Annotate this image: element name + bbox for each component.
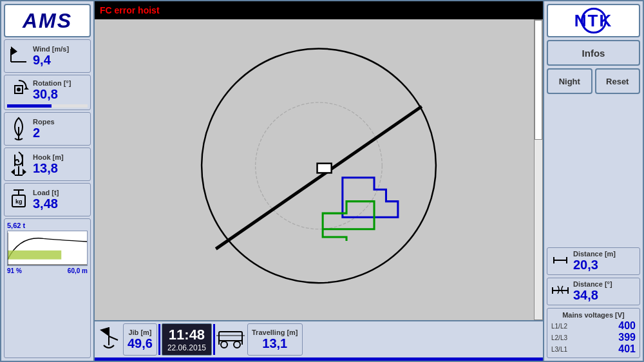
scroll-thumb[interactable]: [535, 20, 542, 140]
distance-deg-icon: [551, 283, 569, 300]
load-value: 3,48: [33, 196, 59, 211]
ntk-logo-text: NTK: [574, 11, 612, 31]
load-info: Load [t] 3,48: [33, 189, 59, 211]
hook-card: Hook [m] 13,8: [4, 148, 91, 181]
svg-rect-23: [317, 164, 332, 173]
hook-icon: [7, 151, 30, 177]
load-chart-card: 5,62 t 91 % 60,0 m: [4, 218, 91, 358]
load-label: Load [t]: [33, 189, 59, 196]
ropes-info: Ropes 2: [33, 118, 55, 140]
svg-marker-5: [24, 87, 29, 90]
time-date: 22.06.2015: [167, 343, 206, 352]
load-chart-distance: 60,0 m: [68, 267, 88, 274]
mains-sub-2: L3/L1: [551, 346, 567, 353]
wind-label: Wind [m/s]: [33, 45, 69, 53]
mains-sub-1: L2/L3: [551, 334, 567, 341]
load-chart-area: [7, 231, 88, 266]
time-value: 11:48: [169, 327, 205, 343]
svg-point-29: [234, 341, 240, 348]
distance-m-card: Distance [m] 20,3: [547, 247, 640, 275]
ropes-value: 2: [33, 126, 55, 140]
ntk-logo: NTK: [547, 4, 640, 37]
rotation-icon: [7, 77, 30, 103]
mains-title: Mains voltages [V]: [551, 311, 636, 319]
ropes-icon: [7, 116, 30, 142]
blue-bar-bottom: [95, 357, 543, 361]
load-chart-percent: 91 %: [7, 267, 22, 274]
bottom-bar: Jib [m] 49,6 11:48 22.06.2015: [95, 320, 543, 357]
ntk-logo-circle: NTK: [581, 8, 607, 33]
crane-svg: [95, 19, 543, 320]
ams-logo: AMS: [4, 4, 91, 37]
time-card: 11:48 22.06.2015: [162, 323, 212, 356]
rotation-label: Rotation [°]: [33, 79, 71, 87]
jib-section: Jib [m] 49,6: [97, 323, 157, 356]
load-card: kg Load [t] 3,48: [4, 183, 91, 216]
travelling-section: Travelling [m] 13,1: [216, 323, 303, 356]
wind-card: Wind [m/s] 9,4: [4, 39, 91, 73]
middle-panel: FC error hoist: [95, 1, 543, 361]
jib-label: Jib [m]: [128, 329, 151, 336]
svg-line-22: [216, 106, 422, 249]
travelling-value: 13,1: [262, 336, 287, 351]
night-button[interactable]: Night: [547, 68, 592, 94]
mains-val-1: 399: [618, 332, 636, 343]
svg-rect-17: [8, 251, 61, 260]
mains-card: Mains voltages [V] L1/L2 400 L2/L3 399 L…: [547, 308, 640, 358]
load-chart-labels: 91 % 60,0 m: [7, 267, 88, 274]
error-message: FC error hoist: [100, 5, 160, 15]
distance-m-label: Distance [m]: [573, 250, 616, 258]
rotation-info: Rotation [°] 30,8: [33, 79, 71, 102]
crane-view: [95, 19, 543, 320]
jib-value: 49,6: [128, 336, 153, 351]
rotation-card: Rotation [°] 30,8: [4, 75, 91, 110]
rotation-bar: [7, 104, 88, 108]
reset-button[interactable]: Reset: [595, 68, 641, 94]
distance-m-value: 20,3: [573, 258, 616, 272]
svg-marker-25: [100, 327, 109, 336]
distance-m-info: Distance [m] 20,3: [573, 250, 616, 272]
travelling-label: Travelling [m]: [252, 329, 298, 336]
wind-value: 9,4: [33, 53, 69, 68]
load-chart-title: 5,62 t: [7, 222, 88, 229]
svg-text:kg: kg: [15, 198, 23, 205]
right-panel: NTK Infos Night Reset Distance [m] 20,3: [543, 1, 643, 361]
infos-button[interactable]: Infos: [547, 40, 640, 66]
svg-rect-27: [219, 332, 242, 341]
svg-point-28: [221, 341, 227, 348]
left-panel: AMS Wind [m/s] 9,4: [1, 1, 95, 361]
right-spacer: [547, 97, 640, 245]
svg-line-26: [109, 336, 118, 340]
wind-info: Wind [m/s] 9,4: [33, 45, 69, 68]
distance-deg-label: Distance [°]: [573, 280, 612, 288]
jib-icon: [97, 325, 120, 354]
rotation-value: 30,8: [33, 87, 71, 102]
svg-marker-11: [11, 169, 15, 175]
svg-point-4: [17, 88, 21, 91]
distance-deg-card: Distance [°] 34,8: [547, 278, 640, 305]
mains-val-2: 401: [618, 343, 636, 355]
distance-deg-info: Distance [°] 34,8: [573, 280, 612, 303]
rotation-bar-fill: [7, 104, 52, 108]
mains-row-1: L2/L3 399: [551, 332, 636, 343]
scroll-track[interactable]: [534, 19, 543, 320]
ropes-label: Ropes: [33, 118, 55, 126]
ropes-card: Ropes 2: [4, 112, 91, 146]
error-bar: FC error hoist: [95, 1, 543, 19]
travelling-icon: [216, 327, 245, 352]
load-icon: kg: [7, 187, 30, 213]
jib-card: Jib [m] 49,6: [123, 323, 157, 356]
hook-label: Hook [m]: [33, 153, 64, 161]
hook-value: 13,8: [33, 161, 64, 176]
distance-deg-value: 34,8: [573, 288, 612, 303]
night-reset-row: Night Reset: [547, 68, 640, 94]
ams-logo-text: AMS: [23, 9, 72, 33]
distance-m-icon: [551, 253, 569, 270]
svg-marker-1: [11, 46, 17, 55]
wind-icon: [7, 43, 30, 69]
mains-row-2: L3/L1 401: [551, 343, 636, 355]
separator-2: [213, 324, 215, 355]
svg-marker-12: [23, 169, 26, 175]
mains-sub-0: L1/L2: [551, 323, 567, 330]
main-container: AMS Wind [m/s] 9,4: [0, 0, 644, 362]
